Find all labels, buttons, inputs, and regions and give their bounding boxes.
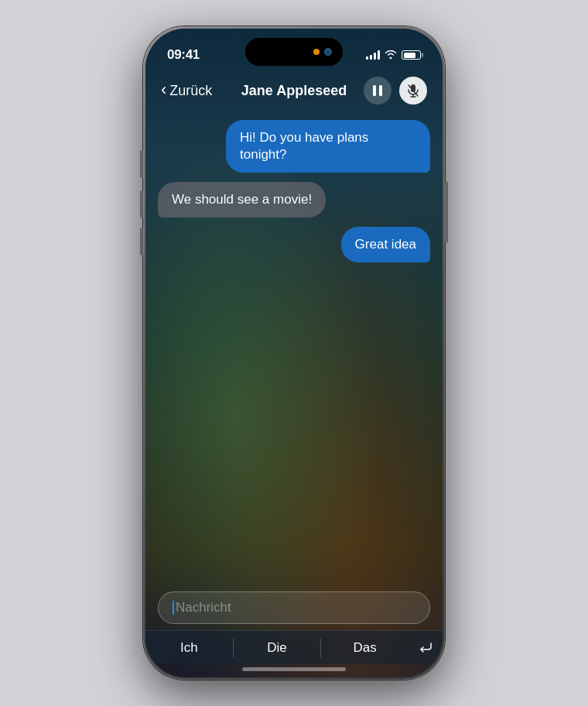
dynamic-island bbox=[245, 38, 343, 66]
suggestion-die[interactable]: Die bbox=[234, 631, 321, 664]
island-dot-camera bbox=[324, 48, 332, 56]
message-text: Hi! Do you have plans tonight? bbox=[240, 130, 368, 162]
signal-bar-2 bbox=[370, 55, 372, 60]
signal-bar-1 bbox=[366, 57, 368, 60]
keyboard-suggestions: Ich Die Das bbox=[145, 630, 443, 664]
contact-name: Jane Appleseed bbox=[231, 83, 357, 99]
nav-bar: ‹ Zurück Jane Appleseed bbox=[145, 70, 443, 112]
message-bubble[interactable]: We should see a movie! bbox=[158, 182, 326, 218]
battery-icon bbox=[402, 50, 421, 60]
signal-bars bbox=[366, 50, 380, 60]
signal-bar-4 bbox=[378, 50, 380, 60]
message-bubble[interactable]: Hi! Do you have plans tonight? bbox=[226, 120, 430, 173]
nav-actions bbox=[357, 77, 427, 105]
mute-mic-button[interactable] bbox=[399, 77, 427, 105]
home-bar bbox=[242, 667, 346, 671]
status-time: 09:41 bbox=[167, 47, 200, 63]
input-cursor bbox=[173, 601, 174, 615]
signal-bar-3 bbox=[374, 53, 376, 60]
message-input-container[interactable]: Nachricht bbox=[158, 591, 430, 624]
back-label: Zurück bbox=[169, 83, 212, 99]
status-icons bbox=[366, 49, 421, 61]
message-text: Great idea bbox=[355, 237, 416, 252]
phone-device: 09:41 bbox=[143, 26, 445, 680]
message-bubble[interactable]: Great idea bbox=[341, 227, 430, 262]
messages-area: Hi! Do you have plans tonight? We should… bbox=[145, 112, 443, 584]
wifi-icon bbox=[385, 49, 397, 61]
message-input-placeholder: Nachricht bbox=[176, 600, 231, 615]
suggestion-ich[interactable]: Ich bbox=[145, 631, 233, 664]
suggestion-das[interactable]: Das bbox=[321, 631, 409, 664]
keyboard-return-icon[interactable] bbox=[409, 631, 443, 665]
phone-screen: 09:41 bbox=[145, 29, 443, 677]
message-text: We should see a movie! bbox=[172, 192, 312, 207]
back-button[interactable]: ‹ Zurück bbox=[161, 81, 231, 100]
home-indicator bbox=[145, 664, 443, 677]
back-chevron-icon: ‹ bbox=[161, 80, 166, 100]
pause-button[interactable] bbox=[364, 77, 391, 105]
svg-rect-1 bbox=[379, 85, 382, 96]
island-dot-orange bbox=[313, 49, 320, 55]
svg-rect-0 bbox=[373, 85, 376, 96]
input-area: Nachricht bbox=[145, 584, 443, 630]
